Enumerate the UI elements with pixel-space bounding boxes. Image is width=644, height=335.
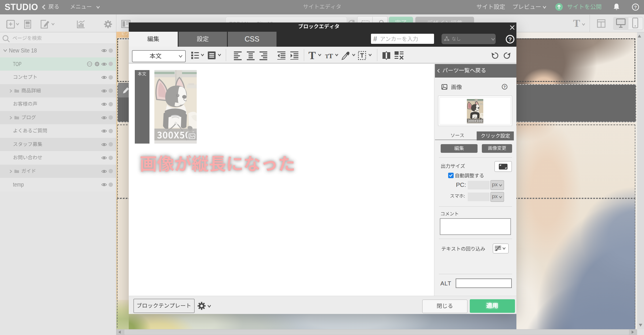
svg-text:?: ?	[508, 36, 512, 42]
svg-text:?: ?	[634, 5, 637, 10]
svg-text:?: ?	[503, 85, 505, 89]
